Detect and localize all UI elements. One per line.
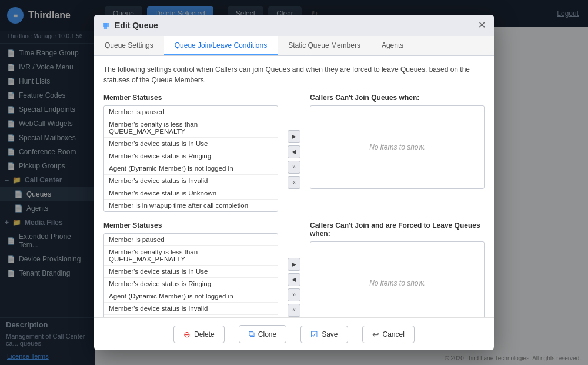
- list-item[interactable]: Member's device status is In Use: [104, 138, 278, 150]
- arrow-left-btn[interactable]: ◀: [288, 145, 300, 158]
- section2-left-panel: Member Statuses Member is paused Member'…: [103, 221, 278, 317]
- tab-static-queue-members[interactable]: Static Queue Members: [278, 36, 371, 55]
- tab-agents[interactable]: Agents: [371, 36, 414, 55]
- tab-queue-settings[interactable]: Queue Settings: [94, 36, 164, 55]
- section1: Member Statuses Member is paused Member'…: [103, 94, 485, 212]
- clone-icon: ⧉: [249, 329, 255, 339]
- cancel-icon: ↩: [372, 330, 379, 339]
- modal-overlay: ▦ Edit Queue ✕ Queue Settings Queue Join…: [0, 0, 588, 365]
- list-item[interactable]: Member is paused: [104, 106, 278, 118]
- save-label: Save: [322, 330, 338, 339]
- edit-queue-modal: ▦ Edit Queue ✕ Queue Settings Queue Join…: [94, 15, 494, 350]
- section1-result-list: No items to show.: [310, 105, 485, 189]
- list-item[interactable]: Member's device status is In Use: [104, 266, 278, 278]
- arrow-left-all-btn[interactable]: «: [288, 176, 300, 189]
- list-item[interactable]: Member's device status is Invalid: [104, 175, 278, 187]
- section2-left-title: Member Statuses: [103, 221, 278, 230]
- delete-button[interactable]: ⊖ Delete: [173, 326, 225, 343]
- section1-no-items: No items to show.: [310, 106, 484, 188]
- section1-left-title: Member Statuses: [103, 94, 278, 102]
- list-item[interactable]: Member's device status is Ringing: [104, 278, 278, 290]
- list-item[interactable]: Agent (Dynamic Member) is not logged in: [104, 290, 278, 303]
- delete-label: Delete: [194, 330, 215, 339]
- modal-tabs: Queue Settings Queue Join/Leave Conditio…: [94, 36, 494, 56]
- cancel-button[interactable]: ↩ Cancel: [362, 326, 415, 343]
- delete-icon: ⊖: [183, 330, 191, 339]
- clone-label: Clone: [258, 330, 276, 339]
- arrow-right-all-btn[interactable]: »: [288, 288, 300, 301]
- section2-no-items: No items to show.: [310, 242, 484, 317]
- modal-header-icon: ▦: [102, 21, 110, 30]
- list-item[interactable]: Member's penalty is less than QUEUE_MAX_…: [104, 118, 278, 138]
- section2-member-list: Member is paused Member's penalty is les…: [103, 233, 278, 317]
- section2-right-panel: Callers Can't Join and are Forced to Lea…: [310, 221, 485, 317]
- section1-left-panel: Member Statuses Member is paused Member'…: [103, 94, 278, 212]
- modal-footer: ⊖ Delete ⧉ Clone ☑ Save ↩ Cancel: [94, 317, 494, 350]
- save-button[interactable]: ☑ Save: [300, 326, 348, 343]
- modal-header: ▦ Edit Queue ✕: [94, 15, 494, 36]
- section2-arrows: ▶ ◀ » «: [288, 221, 300, 317]
- arrow-right-btn[interactable]: ▶: [288, 130, 300, 143]
- modal-description: The following settings control when Call…: [103, 64, 485, 85]
- save-icon: ☑: [310, 330, 318, 339]
- section2-result-list: No items to show.: [310, 241, 485, 317]
- arrow-left-all-btn[interactable]: «: [288, 304, 300, 317]
- list-item[interactable]: Member is paused: [104, 234, 278, 246]
- clone-button[interactable]: ⧉ Clone: [239, 325, 286, 343]
- list-item[interactable]: Member is in wrapup time after call comp…: [104, 200, 278, 211]
- section1-member-list: Member is paused Member's penalty is les…: [103, 105, 278, 212]
- tab-queue-join-leave[interactable]: Queue Join/Leave Conditions: [164, 36, 278, 55]
- section1-right-panel: Callers Can't Join Queues when: No items…: [310, 94, 485, 212]
- modal-close-button[interactable]: ✕: [478, 21, 486, 30]
- arrow-left-btn[interactable]: ◀: [288, 273, 300, 286]
- arrow-right-btn[interactable]: ▶: [288, 258, 300, 271]
- modal-body: The following settings control when Call…: [94, 56, 494, 317]
- section1-arrows: ▶ ◀ » «: [288, 94, 300, 212]
- section1-right-title: Callers Can't Join Queues when:: [310, 94, 485, 102]
- list-item[interactable]: Member's device status is Ringing: [104, 150, 278, 162]
- arrow-right-all-btn[interactable]: »: [288, 161, 300, 174]
- section2: Member Statuses Member is paused Member'…: [103, 221, 485, 317]
- section2-right-title: Callers Can't Join and are Forced to Lea…: [310, 221, 485, 238]
- list-item[interactable]: Member's penalty is less than QUEUE_MAX_…: [104, 246, 278, 266]
- list-item[interactable]: Member's device status is Unknown: [104, 187, 278, 200]
- list-item[interactable]: Agent (Dynamic Member) is not logged in: [104, 162, 278, 175]
- cancel-label: Cancel: [383, 330, 405, 339]
- list-item[interactable]: Member's device status is Invalid: [104, 303, 278, 315]
- modal-title: Edit Queue: [115, 21, 158, 30]
